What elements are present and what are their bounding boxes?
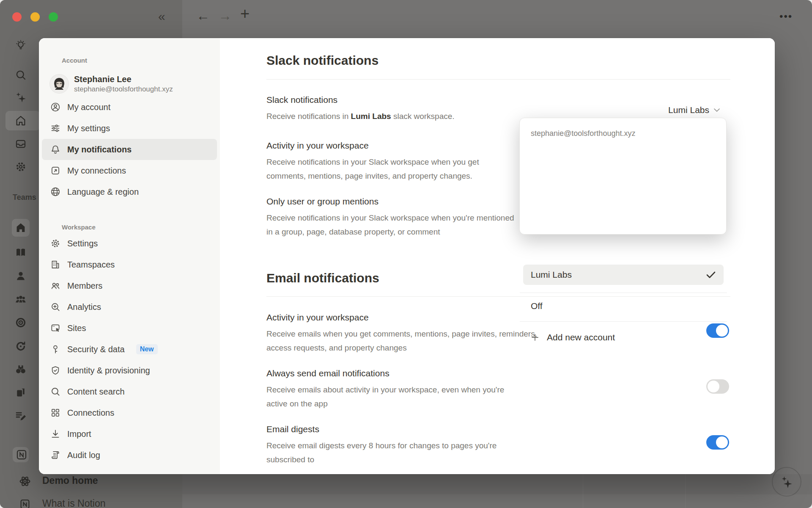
gear-icon <box>50 238 61 249</box>
check-icon <box>706 271 716 279</box>
sidebar-item-language-region[interactable]: Language & region <box>42 181 217 202</box>
setting-row-email-digests: Email digests Receive email digests ever… <box>266 423 730 435</box>
shield-check-icon <box>50 365 61 376</box>
refresh-cycle-icon[interactable] <box>14 340 27 353</box>
minimize-window-button[interactable] <box>30 12 40 22</box>
desc-prefix: Receive notifications in <box>266 112 351 121</box>
add-new-account-button[interactable]: Add new account <box>523 327 724 348</box>
slack-notifications-heading: Slack notifications <box>266 53 379 68</box>
sidebar-item-security-data[interactable]: Security & data New <box>42 339 217 360</box>
search-icon[interactable] <box>14 69 27 81</box>
globe-icon <box>50 186 61 197</box>
popup-option-off[interactable]: Off <box>523 296 724 316</box>
setting-description: Receive emails when you get comments, me… <box>266 327 537 355</box>
back-icon[interactable]: ← <box>196 9 210 22</box>
collapse-sidebar-icon[interactable]: « <box>158 10 165 23</box>
sidebar-item-label: Analytics <box>67 302 101 312</box>
always-send-email-toggle[interactable] <box>706 379 729 394</box>
key-icon <box>50 344 61 355</box>
setting-description: Receive notifications in your Slack work… <box>266 211 520 239</box>
atom-flower-icon[interactable] <box>19 475 31 488</box>
sidebar-item-demo-home[interactable]: Demo home <box>42 475 98 486</box>
setting-title: Email digests <box>266 423 730 435</box>
book-icon[interactable] <box>14 246 27 259</box>
profile-row[interactable]: Stephanie Lee stephanie@toolsforthought.… <box>42 71 217 97</box>
setting-description: Receive emails about activity in your wo… <box>266 383 520 411</box>
plus-icon <box>531 333 539 342</box>
notion-cube-icon[interactable] <box>15 448 28 461</box>
sidebar-item-what-is-notion[interactable]: What is Notion <box>42 498 106 508</box>
sidebar-item-members[interactable]: Members <box>42 275 217 296</box>
sidebar-item-label: Settings <box>67 239 98 248</box>
sidebar-item-analytics[interactable]: Analytics <box>42 296 217 318</box>
sidebar-item-label: Security & data <box>67 345 125 354</box>
popup-divider <box>520 293 727 293</box>
settings-gear-icon[interactable] <box>14 160 27 173</box>
setting-title: Always send email notifications <box>266 367 730 379</box>
building-icon <box>50 259 61 270</box>
sidebar-item-my-settings[interactable]: My settings <box>42 118 217 139</box>
person-circle-icon <box>50 102 61 113</box>
sidebar-item-label: Content search <box>67 387 125 397</box>
zoom-window-button[interactable] <box>49 12 58 22</box>
sidebar-item-label: Teamspaces <box>67 260 115 270</box>
popup-account-email: stephanie@toolsforthought.xyz <box>531 129 635 138</box>
home-icon[interactable] <box>14 114 27 127</box>
sidebar-item-sites[interactable]: Sites <box>42 318 217 339</box>
sidebar-item-my-connections[interactable]: My connections <box>42 160 217 181</box>
toggle-knob <box>716 436 728 448</box>
target-icon[interactable] <box>14 316 27 329</box>
arrow-out-box-icon <box>50 165 61 176</box>
more-options-icon[interactable]: ••• <box>779 10 793 23</box>
people-group-icon[interactable] <box>14 293 27 306</box>
binoculars-icon[interactable] <box>14 363 27 375</box>
profile-text: Stephanie Lee stephanie@toolsforthought.… <box>74 74 173 94</box>
lightbulb-icon[interactable] <box>14 39 27 52</box>
add-account-label: Add new account <box>547 332 615 342</box>
settings-nav-panel: Account Stephanie Lee stephanie@toolsfor… <box>39 38 220 474</box>
option-label: Off <box>531 301 543 311</box>
sidebar-item-content-search[interactable]: Content search <box>42 381 217 402</box>
setting-row-always-send: Always send email notifications Receive … <box>266 367 730 379</box>
desc-bold: Lumi Labs <box>351 112 391 121</box>
inbox-icon[interactable] <box>14 138 27 150</box>
divider <box>266 79 730 80</box>
sidebar-item-settings[interactable]: Settings <box>42 233 217 254</box>
settings-content: Slack notifications Slack notifications … <box>220 38 775 474</box>
compose-list-icon[interactable] <box>14 409 27 422</box>
setting-description: Receive email digests every 8 hours for … <box>266 439 520 467</box>
notion-ai-button[interactable] <box>772 467 801 497</box>
new-tab-icon[interactable]: + <box>240 7 250 20</box>
sidebar-item-label: My settings <box>67 124 110 133</box>
sidebar-item-label: Identity & provisioning <box>67 366 150 375</box>
notion-window: « ← → + ••• Teams Demo home What is Noti… <box>0 0 812 508</box>
setting-description: Receive notifications in Lumi Labs slack… <box>266 109 455 123</box>
notion-page-icon[interactable] <box>19 498 31 508</box>
slack-workspace-popup: stephanie@toolsforthought.xyz Lumi Labs … <box>519 118 727 235</box>
forward-icon[interactable]: → <box>218 9 232 22</box>
chevron-down-icon <box>713 108 720 112</box>
dimmed-table-divider <box>583 474 583 508</box>
sidebar-item-label: Audit log <box>67 450 100 460</box>
slack-workspace-dropdown[interactable]: Lumi Labs <box>668 105 720 115</box>
sidebar-item-label: Language & region <box>67 187 139 197</box>
close-window-button[interactable] <box>12 12 22 22</box>
pages-copy-icon[interactable] <box>14 386 27 399</box>
account-section-label: Account <box>62 57 217 65</box>
sidebar-item-my-account[interactable]: My account <box>42 97 217 118</box>
notion-ai-sparkles-icon[interactable] <box>14 91 27 104</box>
toggle-knob <box>708 381 719 392</box>
email-digests-toggle[interactable] <box>706 435 729 450</box>
search-icon <box>50 386 61 397</box>
sidebar-item-identity-provisioning[interactable]: Identity & provisioning <box>42 360 217 381</box>
popup-option-lumi-labs[interactable]: Lumi Labs <box>523 265 724 285</box>
sidebar-item-connections[interactable]: Connections <box>42 402 217 423</box>
profile-name: Stephanie Lee <box>74 74 173 85</box>
sidebar-item-my-notifications[interactable]: My notifications <box>42 139 217 160</box>
team-home-icon[interactable] <box>14 221 27 234</box>
dimmed-page-content <box>182 474 812 494</box>
person-icon[interactable] <box>14 270 27 282</box>
sidebar-item-audit-log[interactable]: Audit log <box>42 444 217 466</box>
sidebar-item-import[interactable]: Import <box>42 423 217 444</box>
sidebar-item-teamspaces[interactable]: Teamspaces <box>42 254 217 275</box>
